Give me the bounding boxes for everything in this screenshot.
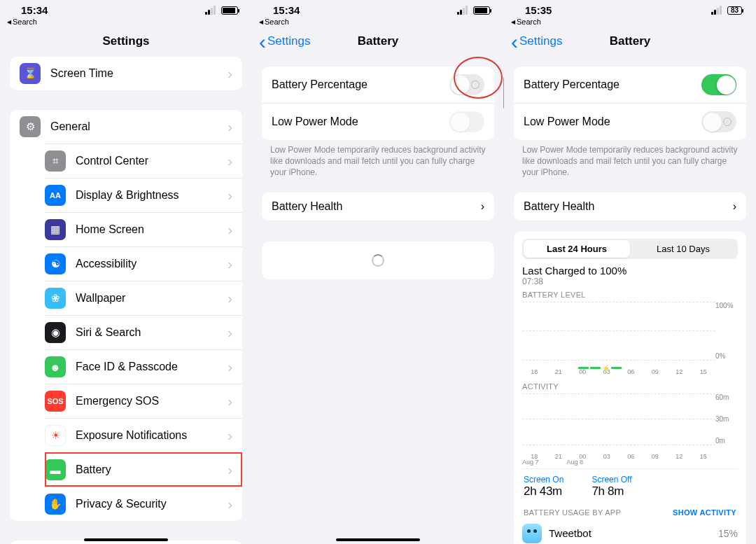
status-bar: 15:34	[252, 0, 504, 18]
toggle-battery-percentage[interactable]	[449, 74, 484, 95]
battery-toggles-group: Battery Percentage Low Power Mode	[514, 67, 746, 140]
last-charged-label: Last Charged to 100%	[522, 265, 738, 277]
cellular-icon	[205, 6, 216, 15]
show-activity-button[interactable]: SHOW ACTIVITY	[673, 508, 736, 517]
chevron-right-icon: ›	[227, 256, 232, 272]
toggle-low-power-mode[interactable]	[701, 111, 736, 132]
row-low-power-mode[interactable]: Low Power Mode	[262, 103, 494, 140]
label: Battery Health	[272, 200, 342, 213]
label: Battery Health	[524, 200, 594, 213]
home-indicator[interactable]	[84, 538, 168, 541]
settings-row-face-id-passcode[interactable]: ☻Face ID & Passcode›	[45, 349, 242, 384]
date-labels: Aug 7Aug 8	[522, 459, 738, 466]
row-label: Home Screen	[76, 223, 227, 236]
toggle-low-power-mode[interactable]	[449, 111, 484, 132]
screen-off-label: Screen Off	[592, 475, 631, 484]
screen-off-value: 7h 8m	[592, 484, 631, 498]
page-title: Battery	[358, 34, 399, 48]
wallpaper-icon: ❀	[45, 288, 66, 309]
low-power-note: Low Power Mode temporarily reduces backg…	[252, 140, 504, 179]
settings-row-screen-time[interactable]: ⌛Screen Time›	[10, 57, 242, 90]
row-label: Exposure Notifications	[76, 429, 227, 442]
back-to-search[interactable]: Search	[0, 18, 252, 29]
chevron-right-icon: ›	[733, 200, 736, 213]
screen-battery-off: 15:34 Search Settings Battery Battery Pe…	[252, 0, 504, 544]
screen-settings: 15:34 Search Settings ⌛Screen Time› ⚙Gen…	[0, 0, 252, 544]
settings-row-general[interactable]: ⚙General›	[10, 110, 242, 144]
battery-icon: 83	[727, 6, 742, 15]
settings-row-home-screen[interactable]: ▦Home Screen›	[45, 212, 242, 246]
usage-by-app-heading: BATTERY USAGE BY APP	[524, 508, 621, 517]
settings-row-accessibility[interactable]: ☯Accessibility›	[45, 246, 242, 281]
settings-row-siri-search[interactable]: ◉Siri & Search›	[45, 315, 242, 349]
seg-last-10d[interactable]: Last 10 Days	[630, 240, 736, 258]
app-usage-row[interactable]: Tweetbot 15%	[522, 521, 738, 544]
low-power-note: Low Power Mode temporarily reduces backg…	[504, 140, 756, 179]
display-brightness-icon: AA	[45, 185, 66, 206]
row-label: Siri & Search	[76, 326, 227, 339]
row-label: Battery	[76, 463, 227, 476]
siri-search-icon: ◉	[45, 322, 66, 343]
control-center-icon: ⌗	[45, 151, 66, 172]
row-battery-percentage[interactable]: Battery Percentage	[514, 67, 746, 103]
battery-health-group: Battery Health ›	[262, 193, 494, 221]
charging-indicator: ⚡	[578, 367, 622, 370]
settings-group: ⌛Screen Time›	[10, 57, 242, 90]
settings-row-battery[interactable]: ▬Battery›	[45, 452, 242, 487]
segmented-time-range[interactable]: Last 24 Hours Last 10 Days	[522, 239, 738, 259]
settings-row-display-brightness[interactable]: AADisplay & Brightness›	[45, 178, 242, 212]
last-charged-time: 07:38	[522, 277, 738, 286]
back-button[interactable]: Settings	[259, 34, 310, 48]
row-low-power-mode[interactable]: Low Power Mode	[514, 103, 746, 140]
settings-row-privacy-security[interactable]: ✋Privacy & Security›	[45, 487, 242, 521]
status-bar: 15:34	[0, 0, 252, 18]
label: Low Power Mode	[272, 116, 358, 128]
chevron-right-icon: ›	[227, 119, 232, 135]
toggle-battery-percentage[interactable]	[701, 74, 736, 95]
back-to-search[interactable]: Search	[504, 18, 756, 29]
status-bar: 15:35 83	[504, 0, 756, 18]
battery-health-group: Battery Health ›	[514, 193, 746, 221]
chevron-right-icon: ›	[227, 496, 232, 512]
battery-level-chart: 100%0% ⚡	[522, 302, 738, 368]
row-battery-health[interactable]: Battery Health ›	[514, 193, 746, 221]
row-label: Wallpaper	[76, 292, 227, 305]
screen-on-value: 2h 43m	[524, 484, 564, 498]
settings-group: ⚙General›⌗Control Center›AADisplay & Bri…	[10, 110, 242, 521]
app-usage-pct: 15%	[718, 528, 738, 539]
back-to-search[interactable]: Search	[252, 18, 504, 29]
general-icon: ⚙	[20, 116, 41, 137]
chevron-right-icon: ›	[227, 325, 232, 341]
battery-icon: ▬	[45, 459, 66, 480]
cellular-icon	[711, 6, 722, 15]
status-time: 15:34	[273, 4, 300, 16]
row-label: Control Center	[76, 155, 227, 167]
screen-time-icon: ⌛	[20, 63, 41, 84]
app-name: Tweetbot	[549, 527, 592, 539]
nav-bar: Settings Battery	[504, 29, 756, 54]
chevron-right-icon: ›	[227, 291, 232, 307]
battery-usage-card: Last 24 Hours Last 10 Days Last Charged …	[514, 232, 746, 544]
label: Low Power Mode	[524, 116, 610, 128]
home-indicator[interactable]	[336, 538, 420, 541]
settings-row-exposure-notifications[interactable]: ☀Exposure Notifications›	[45, 418, 242, 452]
privacy-security-icon: ✋	[45, 494, 66, 515]
battery-loading-card	[262, 242, 494, 279]
accessibility-icon: ☯	[45, 253, 66, 274]
back-button[interactable]: Settings	[511, 34, 562, 48]
screen-on-label: Screen On	[524, 475, 564, 484]
battery-icon	[221, 6, 238, 15]
settings-row-emergency-sos[interactable]: SOSEmergency SOS›	[45, 384, 242, 418]
settings-row-control-center[interactable]: ⌗Control Center›	[45, 144, 242, 178]
status-time: 15:35	[525, 4, 552, 16]
exposure-notifications-icon: ☀	[45, 425, 66, 446]
nav-bar: Settings Battery	[252, 29, 504, 54]
row-battery-percentage[interactable]: Battery Percentage	[262, 67, 494, 103]
settings-row-wallpaper[interactable]: ❀Wallpaper›	[45, 281, 242, 315]
row-battery-health[interactable]: Battery Health ›	[262, 193, 494, 221]
seg-last-24h[interactable]: Last 24 Hours	[524, 240, 630, 258]
battery-icon	[473, 6, 490, 15]
battery-toggles-group: Battery Percentage Low Power Mode	[262, 67, 494, 140]
screen-battery-on: 15:35 83 Search Settings Battery Battery…	[504, 0, 756, 544]
page-title: Settings	[102, 34, 149, 48]
